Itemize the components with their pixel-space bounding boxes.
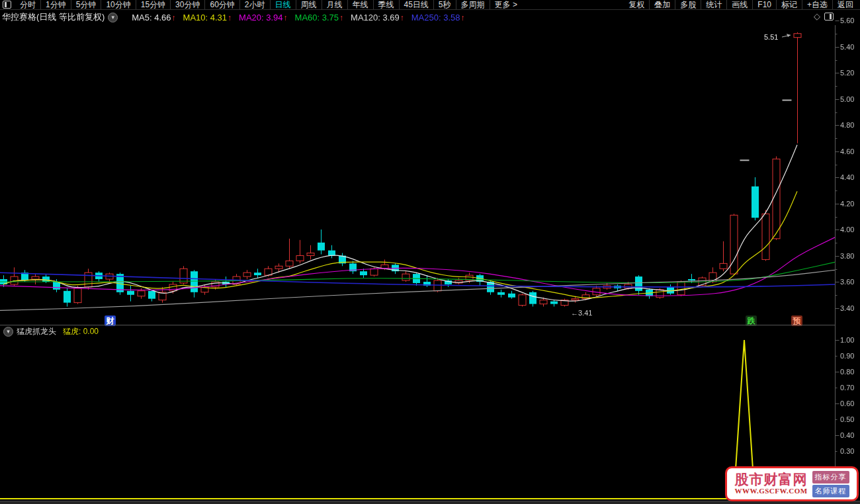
menu-item-多周期[interactable]: 多周期	[456, 0, 490, 9]
menu-item-15分钟[interactable]: 15分钟	[136, 0, 170, 9]
chevron-down-icon[interactable]: ▾	[108, 13, 118, 22]
up-arrow-icon: ↑	[400, 13, 404, 22]
indicator-axis-label: 0.60	[840, 399, 854, 407]
menu-item-统计[interactable]: 统计	[701, 0, 726, 9]
menu-item-5分钟[interactable]: 5分钟	[71, 0, 101, 9]
ma-legend-undefined: MA10: 4.31↑	[183, 13, 232, 22]
menu-item-45日线[interactable]: 45日线	[399, 0, 433, 9]
price-axis-label: 3.40	[840, 304, 854, 312]
watermark-badge: 名师课程	[812, 485, 849, 497]
indicator-axis-label: 0.70	[840, 384, 854, 392]
menu-item-叠加[interactable]: 叠加	[649, 0, 675, 9]
up-arrow-icon: ↑	[339, 13, 343, 22]
period-menu: 分时1分钟5分钟10分钟15分钟30分钟60分钟2小时日线周线月线年线季线45日…	[15, 0, 522, 9]
indicator-name: 猛虎抓龙头	[17, 326, 56, 337]
price-axis-label: 4.60	[840, 147, 854, 155]
menu-item-年线[interactable]: 年线	[347, 0, 373, 9]
menu-item-1分钟[interactable]: 1分钟	[40, 0, 71, 9]
ma-legend-undefined: MA60: 3.75↑	[295, 13, 344, 22]
panel-divider	[0, 325, 835, 325]
up-arrow-icon: ↑	[228, 13, 232, 22]
ma-legend-undefined: MA20: 3.94↑	[239, 13, 288, 22]
price-axis-label: 4.00	[840, 226, 854, 233]
price-axis-label: 5.60	[840, 17, 854, 24]
menu-item-复权[interactable]: 复权	[624, 0, 649, 9]
tools-menu: 复权叠加多股统计画线F10标记+自选返回	[624, 0, 858, 9]
indicator-axis-label: 0.90	[840, 352, 854, 360]
price-axis-label: 4.80	[840, 121, 854, 129]
right-panel-icon[interactable]	[824, 13, 834, 21]
indicator-value: 猛虎: 0.00	[63, 326, 99, 337]
watermark-site-name: 股市财富网	[734, 473, 807, 487]
up-arrow-icon: ↑	[460, 13, 464, 22]
menu-item-F10[interactable]: F10	[752, 0, 776, 9]
menu-item-10分钟[interactable]: 10分钟	[101, 0, 135, 9]
price-axis-label: 5.00	[840, 95, 854, 103]
menu-item-+自选[interactable]: +自选	[802, 0, 832, 9]
ma-legend: MA5: 4.66↑MA10: 4.31↑MA20: 3.94↑MA60: 3.…	[124, 13, 464, 22]
layout-toggle-icon[interactable]	[3, 1, 11, 9]
menu-item-月线[interactable]: 月线	[322, 0, 347, 9]
chevron-down-icon[interactable]: ▾	[3, 327, 13, 337]
symbol-title: 华控赛格(日线 等比前复权)	[2, 11, 105, 23]
title-bar: 华控赛格(日线 等比前复权) ▾ MA5: 4.66↑MA10: 4.31↑MA…	[0, 9, 860, 25]
menu-item-返回[interactable]: 返回	[832, 0, 858, 9]
menu-item-60分钟[interactable]: 60分钟	[204, 0, 239, 9]
menu-item-季线[interactable]: 季线	[373, 0, 399, 9]
watermark: 股市财富网 WWW.GSCFW.COM 指标分享名师课程	[725, 466, 859, 501]
price-axis-label: 5.20	[840, 69, 854, 77]
watermark-site-url: WWW.GSCFW.COM	[734, 487, 807, 495]
indicator-axis-label: 1.00	[840, 336, 854, 344]
ma-legend-undefined: MA120: 3.69↑	[351, 13, 404, 22]
menu-item-更多 >[interactable]: 更多 >	[490, 0, 522, 9]
price-axis-label: 3.80	[840, 252, 854, 260]
menu-item-标记[interactable]: 标记	[776, 0, 802, 9]
price-axis-label: 4.20	[840, 200, 854, 208]
sub-indicator-header: ▾ 猛虎抓龙头 猛虎: 0.00	[0, 326, 99, 337]
menu-item-周线[interactable]: 周线	[296, 0, 322, 9]
up-arrow-icon: ↑	[284, 13, 288, 22]
menu-item-30分钟[interactable]: 30分钟	[170, 0, 204, 9]
diamond-icon[interactable]: ◇	[814, 11, 820, 21]
up-arrow-icon: ↑	[172, 13, 176, 22]
indicator-axis-label: 0.80	[840, 368, 854, 376]
indicator-axis-label: 0.40	[840, 431, 854, 439]
ma-legend-undefined: MA5: 4.66↑	[132, 13, 175, 22]
menu-item-5秒[interactable]: 5秒	[433, 0, 456, 9]
toolbar: 分时1分钟5分钟10分钟15分钟30分钟60分钟2小时日线周线月线年线季线45日…	[0, 0, 860, 10]
menu-item-多股[interactable]: 多股	[675, 0, 701, 9]
menu-item-日线[interactable]: 日线	[270, 0, 296, 9]
watermark-badge: 指标分享	[812, 471, 849, 483]
menu-item-分时[interactable]: 分时	[15, 0, 40, 9]
indicator-axis-label: 0.50	[840, 415, 854, 423]
price-axis-label: 5.40	[840, 43, 854, 51]
price-axis-label: 3.60	[840, 278, 854, 286]
ma-legend-undefined: MA250: 3.58↑	[411, 13, 465, 22]
indicator-axis-label: 0.30	[840, 447, 854, 455]
menu-item-2小时[interactable]: 2小时	[239, 0, 270, 9]
price-chart-canvas[interactable]	[0, 0, 860, 504]
menu-item-画线[interactable]: 画线	[726, 0, 752, 9]
price-axis-label: 4.40	[840, 173, 854, 181]
